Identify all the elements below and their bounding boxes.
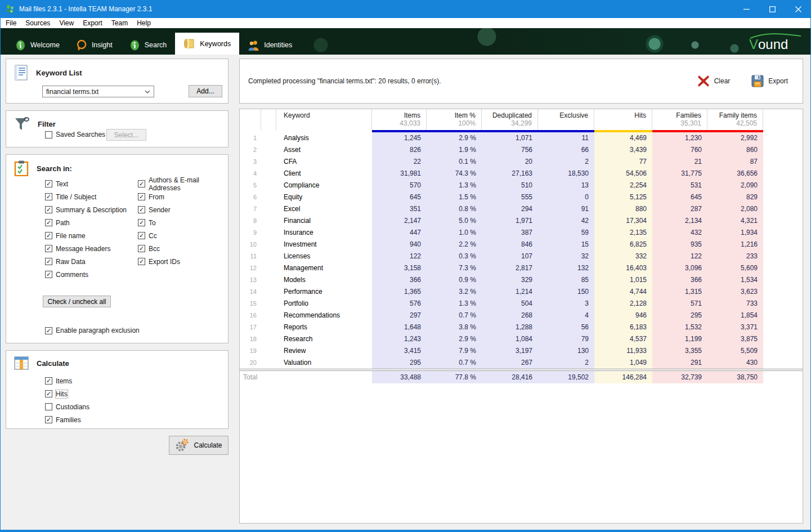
value-cell: 3,875 [707, 333, 763, 345]
value-cell: 1.0 % [427, 227, 482, 239]
value-cell: 1,534 [707, 274, 763, 286]
table-row[interactable]: 15Portfolio5761.3 %50432,128571733 [240, 298, 803, 310]
table-row[interactable]: 5Compliance5701.3 %510132,2545312,090 [240, 180, 803, 191]
col-header-keyword[interactable]: Keyword [276, 109, 372, 130]
table-row[interactable]: 19Review3,4157.9 %3,19713011,9333,3555,5… [240, 345, 803, 357]
table-row[interactable]: 10Investment9402.2 %846156,8259351,216 [240, 239, 803, 251]
row-number: 15 [240, 298, 261, 310]
keyword-list-dropdown[interactable]: financial terms.txt [42, 86, 154, 97]
table-row[interactable]: 6Equity6451.5 %55505,125645829 [240, 191, 803, 203]
menu-export[interactable]: Export [78, 19, 107, 28]
minimize-button[interactable] [733, 0, 759, 18]
checkbox-items[interactable]: ✓ [45, 377, 52, 385]
tab-welcome[interactable]: Welcome [7, 35, 68, 55]
value-cell: 91 [538, 203, 594, 215]
checkbox-custodians[interactable] [45, 403, 52, 410]
table-row[interactable]: 11Licenses1220.3 %10732332122233 [240, 251, 803, 262]
value-cell: 935 [652, 239, 707, 251]
value-cell: 2,080 [707, 203, 763, 215]
checkbox-bcc[interactable]: ✓ [138, 245, 145, 252]
col-header-exclusive[interactable]: Exclusive [538, 109, 594, 130]
table-row[interactable]: 7Excel3510.8 %294918802872,080 [240, 203, 803, 215]
checkbox-saved-searches[interactable] [45, 131, 52, 138]
tab-keywords[interactable]: Keywords [175, 33, 239, 55]
table-row[interactable]: 14Performance1,3653.2 %1,2141504,7441,31… [240, 286, 803, 298]
checkbox-export-ids[interactable]: ✓ [138, 258, 145, 265]
calculate-title: Calculate [37, 359, 69, 368]
tab-identities[interactable]: Identities [239, 35, 301, 55]
search-in-message-headers-label: Message Headers [56, 245, 110, 253]
checkbox-raw-data[interactable]: ✓ [45, 258, 52, 265]
checkbox-from[interactable]: ✓ [138, 193, 145, 200]
menu-sources[interactable]: Sources [21, 19, 55, 28]
table-header-row: Keyword Items43,033Item %100%Deduplicate… [240, 109, 803, 130]
table-icon [14, 356, 29, 370]
checkbox-file-name[interactable]: ✓ [45, 232, 52, 239]
col-header-deduplicated[interactable]: Deduplicated34,299 [482, 109, 538, 130]
checkbox-text[interactable]: ✓ [45, 180, 52, 187]
table-row[interactable]: 8Financial2,1475.0 %1,9714217,3042,1344,… [240, 215, 803, 227]
table-row[interactable]: 3CFA220.1 %202772187 [240, 156, 803, 168]
table-row[interactable]: 16Recommendations2970.7 %26849462951,854 [240, 310, 803, 321]
value-cell: 15 [538, 239, 594, 251]
col-header-item[interactable]: Item %100% [427, 109, 482, 130]
table-row[interactable]: 12Management3,1587.3 %2,81713216,4033,09… [240, 262, 803, 274]
checkbox-path[interactable]: ✓ [45, 219, 52, 226]
add-button[interactable]: Add... [189, 85, 222, 97]
checkbox-summary-description[interactable]: ✓ [45, 206, 52, 213]
clear-button[interactable]: Clear [697, 75, 731, 87]
value-cell: 510 [482, 180, 538, 191]
table-row[interactable]: 4Client31,98174.3 %27,16318,53054,50631,… [240, 168, 803, 180]
table-row[interactable]: 13Models3660.9 %329851,0153661,534 [240, 274, 803, 286]
checkbox-sender[interactable]: ✓ [138, 206, 145, 213]
value-cell: 1,230 [652, 132, 707, 144]
checkbox-to[interactable]: ✓ [138, 219, 145, 226]
calculate-button[interactable]: Calculate [169, 436, 228, 455]
tab-insight[interactable]: Insight [68, 35, 121, 55]
value-cell: 7.9 % [427, 345, 482, 357]
col-header-hits[interactable]: Hits [594, 109, 652, 130]
value-cell: 0.1 % [427, 156, 482, 168]
col-header-spacer[interactable] [261, 109, 276, 130]
menu-view[interactable]: View [55, 19, 78, 28]
row-number: 9 [240, 227, 261, 239]
col-header-items[interactable]: Items43,033 [372, 109, 427, 130]
checkbox-comments[interactable]: ✓ [45, 271, 52, 278]
menu-team[interactable]: Team [107, 19, 132, 28]
checkbox-families[interactable]: ✓ [45, 416, 52, 423]
checkbox-row-summary-description: ✓Summary & Description [45, 203, 127, 216]
tab-search[interactable]: Search [121, 35, 176, 55]
value-cell: 2.9 % [427, 333, 482, 345]
table-row[interactable]: 18Research1,2432.9 %1,084794,5371,1993,8… [240, 333, 803, 345]
close-button[interactable] [785, 0, 811, 18]
col-header-rownum[interactable] [240, 109, 261, 130]
menu-file[interactable]: File [1, 19, 21, 28]
value-cell: 432 [652, 227, 707, 239]
table-row[interactable]: 9Insurance4471.0 %387592,1354321,934 [240, 227, 803, 239]
select-button[interactable]: Select... [106, 129, 146, 141]
row-spacer [261, 357, 276, 369]
value-cell: 571 [652, 298, 707, 310]
checkbox-message-headers[interactable]: ✓ [45, 245, 52, 252]
checkbox-title-subject[interactable]: ✓ [45, 193, 52, 200]
table-row[interactable]: 2Asset8261.9 %756663,439760860 [240, 144, 803, 156]
checkbox-authors-e-mail-addresses[interactable]: ✓ [138, 180, 145, 187]
table-row[interactable]: 17Reports1,6483.8 %1,288566,1831,5323,37… [240, 321, 803, 333]
maximize-button[interactable] [759, 0, 785, 18]
check-uncheck-all-button[interactable]: Check / uncheck all [43, 296, 111, 307]
export-button[interactable]: Export [751, 75, 788, 87]
menu-help[interactable]: Help [132, 19, 155, 28]
col-header-families[interactable]: Families35,301 [652, 109, 707, 130]
checkbox-hits[interactable]: ✓ [45, 390, 52, 397]
checkbox-enable-paragraph-exclusion[interactable]: ✓ [45, 327, 52, 334]
value-cell: 3,355 [652, 345, 707, 357]
value-cell: 1.3 % [427, 298, 482, 310]
row-spacer [261, 345, 276, 357]
title-bar: Mail files 2.3.1 - Intella TEAM Manager … [0, 0, 811, 18]
checkbox-cc[interactable]: ✓ [138, 232, 145, 239]
table-row[interactable]: 1Analysis1,2452.9 %1,071114,4691,2302,99… [240, 132, 803, 144]
table-row[interactable]: 20Valuation2950.7 %26721,049291430 [240, 357, 803, 369]
keyword-cell: CFA [276, 156, 372, 168]
value-cell: 295 [652, 310, 707, 321]
col-header-family-items[interactable]: Family items42,505 [707, 109, 763, 130]
